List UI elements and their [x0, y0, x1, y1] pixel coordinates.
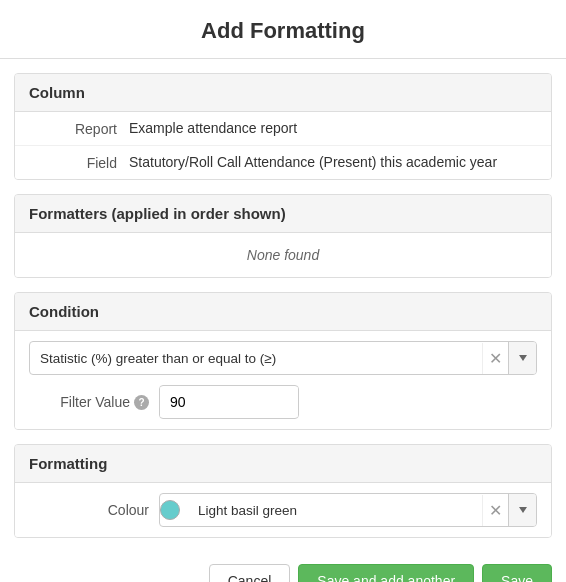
field-value: Statutory/Roll Call Attendance (Present)…	[129, 154, 537, 170]
colour-swatch	[160, 500, 180, 520]
formatting-section-header: Formatting	[15, 445, 551, 483]
column-section: Column Report Example attendance report …	[14, 73, 552, 180]
filter-value-row: Filter Value ? ▲ ▼	[29, 385, 537, 419]
report-value: Example attendance report	[129, 120, 537, 136]
report-label: Report	[29, 120, 129, 137]
column-section-header: Column	[15, 74, 551, 112]
save-and-add-button[interactable]: Save and add another	[298, 564, 474, 582]
condition-section-header: Condition	[15, 293, 551, 331]
filter-help-icon[interactable]: ?	[134, 395, 149, 410]
formatting-section: Formatting Colour Light basil green ✕	[14, 444, 552, 538]
footer-buttons: Cancel Save and add another Save	[0, 552, 566, 582]
field-label: Field	[29, 154, 129, 171]
formatters-section-body: None found	[15, 233, 551, 277]
filter-value-input-wrapper: ▲ ▼	[159, 385, 299, 419]
condition-select-wrapper[interactable]: Statistic (%) greater than or equal to (…	[29, 341, 537, 375]
save-button[interactable]: Save	[482, 564, 552, 582]
filter-value-label: Filter Value ?	[29, 394, 159, 410]
none-found-text: None found	[15, 233, 551, 277]
colour-row: Colour Light basil green ✕	[29, 493, 537, 527]
condition-clear-button[interactable]: ✕	[482, 343, 508, 374]
colour-select-wrapper[interactable]: Light basil green ✕	[159, 493, 537, 527]
condition-arrow-button[interactable]	[508, 342, 536, 374]
chevron-down-icon	[519, 507, 527, 513]
filter-value-input[interactable]	[160, 387, 299, 417]
report-row: Report Example attendance report	[15, 112, 551, 146]
colour-arrow-button[interactable]	[508, 494, 536, 526]
condition-section: Condition Statistic (%) greater than or …	[14, 292, 552, 430]
formatters-section: Formatters (applied in order shown) None…	[14, 194, 552, 278]
colour-clear-button[interactable]: ✕	[482, 495, 508, 526]
condition-select-row: Statistic (%) greater than or equal to (…	[29, 341, 537, 375]
page-title: Add Formatting	[0, 0, 566, 59]
condition-section-body: Statistic (%) greater than or equal to (…	[15, 331, 551, 429]
cancel-button[interactable]: Cancel	[209, 564, 291, 582]
condition-select-text: Statistic (%) greater than or equal to (…	[30, 344, 482, 373]
column-section-body: Report Example attendance report Field S…	[15, 112, 551, 179]
formatting-section-body: Colour Light basil green ✕	[15, 483, 551, 537]
chevron-down-icon	[519, 355, 527, 361]
formatters-section-header: Formatters (applied in order shown)	[15, 195, 551, 233]
colour-label: Colour	[29, 502, 159, 518]
colour-select-text: Light basil green	[188, 496, 482, 525]
field-row: Field Statutory/Roll Call Attendance (Pr…	[15, 146, 551, 179]
